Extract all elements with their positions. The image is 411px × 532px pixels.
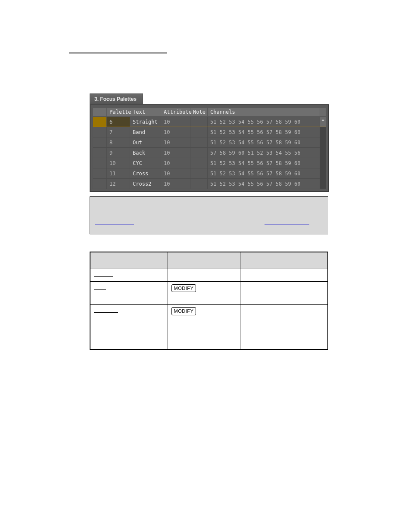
desc-row: MODIFY bbox=[90, 305, 328, 349]
grid-header-palette[interactable]: Palette bbox=[107, 108, 130, 117]
columns-description-table: MODIFY MODIFY bbox=[90, 252, 328, 350]
table-row[interactable]: 8 Out 10 51 52 53 54 55 56 57 58 59 60 bbox=[93, 137, 326, 148]
desc-header-row bbox=[90, 252, 328, 268]
desc-col3 bbox=[240, 281, 328, 305]
desc-col1 bbox=[90, 268, 168, 281]
table-row[interactable]: 12 Cross2 10 51 52 53 54 55 56 57 58 59 … bbox=[93, 179, 326, 189]
cell-text[interactable]: Straight bbox=[130, 117, 161, 127]
desc-col1 bbox=[90, 305, 168, 349]
modify-keycap: MODIFY bbox=[171, 284, 196, 292]
cell-channels[interactable]: 51 52 53 54 55 56 57 58 59 60 bbox=[208, 117, 320, 127]
row-selector[interactable] bbox=[93, 117, 107, 127]
row-selector[interactable] bbox=[93, 148, 107, 158]
row-selector[interactable] bbox=[93, 137, 107, 148]
cell-note[interactable] bbox=[190, 137, 208, 148]
row-selector[interactable] bbox=[93, 127, 107, 137]
cell-palette[interactable]: 7 bbox=[107, 127, 130, 137]
cell-palette[interactable]: 10 bbox=[107, 158, 130, 168]
grid-header-blank bbox=[93, 108, 107, 117]
desc-col3 bbox=[240, 305, 328, 349]
desc-label-underline bbox=[94, 289, 106, 290]
cell-channels[interactable]: 51 52 53 54 55 56 57 58 59 60 bbox=[208, 127, 320, 137]
cell-note[interactable] bbox=[190, 168, 208, 179]
scrollbar-track[interactable] bbox=[320, 127, 326, 189]
cell-note[interactable] bbox=[190, 179, 208, 189]
grid-header-note[interactable]: Note bbox=[190, 108, 208, 117]
palettes-grid: Palette Text Attribute Note Channels 6 S… bbox=[93, 107, 326, 189]
section-heading-underline bbox=[69, 52, 385, 72]
note-link-1[interactable] bbox=[95, 224, 134, 224]
cell-channels[interactable]: 57 58 59 60 51 52 53 54 55 56 bbox=[208, 148, 320, 158]
cell-text[interactable]: Out bbox=[130, 137, 161, 148]
desc-header-2 bbox=[168, 252, 240, 268]
cell-attribute[interactable]: 10 bbox=[161, 148, 190, 158]
grid-header-row: Palette Text Attribute Note Channels bbox=[93, 108, 326, 117]
scroll-up-icon[interactable]: ^ bbox=[320, 117, 326, 127]
cell-attribute[interactable]: 10 bbox=[161, 127, 190, 137]
table-row[interactable]: 11 Cross 10 51 52 53 54 55 56 57 58 59 6… bbox=[93, 168, 326, 179]
desc-row: MODIFY bbox=[90, 281, 328, 305]
cell-palette[interactable]: 6 bbox=[107, 117, 130, 127]
cell-text[interactable]: Cross bbox=[130, 168, 161, 179]
grid-header-text[interactable]: Text bbox=[130, 108, 161, 117]
cell-attribute[interactable]: 10 bbox=[161, 168, 190, 179]
cell-attribute[interactable]: 10 bbox=[161, 158, 190, 168]
desc-label-underline bbox=[94, 312, 118, 313]
cell-attribute[interactable]: 10 bbox=[161, 137, 190, 148]
note-link-2[interactable] bbox=[265, 224, 309, 224]
cell-note[interactable] bbox=[190, 148, 208, 158]
note-box bbox=[90, 196, 328, 234]
desc-header-3 bbox=[240, 252, 328, 268]
cell-palette[interactable]: 8 bbox=[107, 137, 130, 148]
cell-attribute[interactable]: 10 bbox=[161, 117, 190, 127]
cell-text[interactable]: Back bbox=[130, 148, 161, 158]
cell-note[interactable] bbox=[190, 117, 208, 127]
desc-col2 bbox=[168, 268, 240, 281]
cell-palette[interactable]: 9 bbox=[107, 148, 130, 158]
table-row[interactable]: 10 CYC 10 51 52 53 54 55 56 57 58 59 60 bbox=[93, 158, 326, 168]
cell-palette[interactable]: 11 bbox=[107, 168, 130, 179]
row-selector[interactable] bbox=[93, 158, 107, 168]
cell-text[interactable]: Cross2 bbox=[130, 179, 161, 189]
desc-col2: MODIFY bbox=[168, 305, 240, 349]
desc-header-1 bbox=[90, 252, 168, 268]
panel-tab-focus-palettes[interactable]: 3. Focus Palettes bbox=[90, 93, 143, 104]
cell-attribute[interactable]: 10 bbox=[161, 179, 190, 189]
grid-header-channels[interactable]: Channels bbox=[208, 108, 320, 117]
grid-header-attribute[interactable]: Attribute bbox=[161, 108, 190, 117]
cell-text[interactable]: CYC bbox=[130, 158, 161, 168]
row-selector[interactable] bbox=[93, 179, 107, 189]
focus-palettes-panel: Palette Text Attribute Note Channels 6 S… bbox=[90, 104, 329, 192]
cell-channels[interactable]: 51 52 53 54 55 56 57 58 59 60 bbox=[208, 168, 320, 179]
cell-channels[interactable]: 51 52 53 54 55 56 57 58 59 60 bbox=[208, 179, 320, 189]
cell-text[interactable]: Band bbox=[130, 127, 161, 137]
cell-channels[interactable]: 51 52 53 54 55 56 57 58 59 60 bbox=[208, 137, 320, 148]
desc-label-underline bbox=[94, 276, 113, 277]
table-row[interactable]: 9 Back 10 57 58 59 60 51 52 53 54 55 56 bbox=[93, 148, 326, 158]
cell-palette[interactable]: 12 bbox=[107, 179, 130, 189]
cell-note[interactable] bbox=[190, 127, 208, 137]
modify-keycap: MODIFY bbox=[171, 307, 196, 315]
cell-channels[interactable]: 51 52 53 54 55 56 57 58 59 60 bbox=[208, 158, 320, 168]
desc-row bbox=[90, 268, 328, 281]
table-row[interactable]: 7 Band 10 51 52 53 54 55 56 57 58 59 60 bbox=[93, 127, 326, 137]
desc-col3 bbox=[240, 268, 328, 281]
desc-col1 bbox=[90, 281, 168, 305]
grid-header-scroll bbox=[320, 108, 326, 117]
table-row[interactable]: 6 Straight 10 51 52 53 54 55 56 57 58 59… bbox=[93, 117, 326, 127]
row-selector[interactable] bbox=[93, 168, 107, 179]
cell-note[interactable] bbox=[190, 158, 208, 168]
desc-col2: MODIFY bbox=[168, 281, 240, 305]
